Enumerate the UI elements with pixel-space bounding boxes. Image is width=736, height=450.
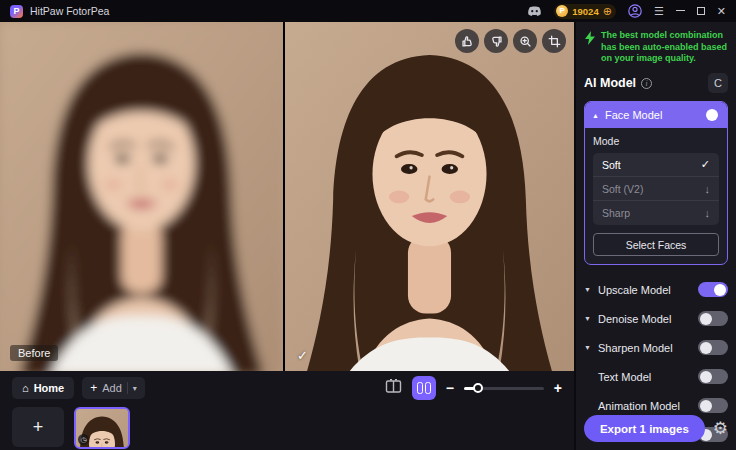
mode-option-label: Soft (V2) xyxy=(602,183,705,195)
select-faces-button[interactable]: Select Faces xyxy=(593,233,719,256)
processed-check-icon: ✓ xyxy=(297,348,308,363)
image-viewer: Before ✓ xyxy=(0,22,574,371)
ai-model-title: AI Model xyxy=(584,76,636,90)
mode-option-soft[interactable]: Soft✓ xyxy=(593,153,719,177)
export-button[interactable]: Export 1 images xyxy=(584,415,705,442)
discord-icon[interactable] xyxy=(527,5,542,17)
reset-icon[interactable]: C xyxy=(708,73,728,93)
face-model-panel: ▲ Face Model Mode Soft✓Soft (V2)↓Sharp↓ … xyxy=(584,101,728,265)
caret-down-icon[interactable]: ▼ xyxy=(584,344,598,351)
side-by-side-view-button[interactable] xyxy=(412,376,436,400)
notice-text: The best model combination has been auto… xyxy=(601,30,728,65)
add-button[interactable]: + Add ▾ xyxy=(82,377,145,399)
menu-icon[interactable]: ☰ xyxy=(654,5,664,18)
collapse-icon: ▲ xyxy=(592,112,599,119)
after-image xyxy=(285,22,574,371)
credits-count: 19024 xyxy=(572,6,598,17)
info-icon[interactable]: i xyxy=(641,78,652,89)
mode-option-label: Sharp xyxy=(602,207,705,219)
download-icon: ↓ xyxy=(705,183,711,195)
titlebar: P HitPaw FotorPea P 19024 ⊕ ☰ ✕ xyxy=(0,0,736,22)
add-plus-icon: + xyxy=(90,381,97,395)
mode-option-label: Soft xyxy=(602,159,701,171)
crop-icon[interactable] xyxy=(542,29,566,53)
home-button[interactable]: ⌂ Home xyxy=(12,377,74,399)
model-label: Upscale Model xyxy=(598,284,698,296)
mode-list: Soft✓Soft (V2)↓Sharp↓ xyxy=(593,153,719,225)
toggle-switch[interactable] xyxy=(698,340,728,355)
toggle-switch[interactable] xyxy=(698,311,728,326)
before-label: Before xyxy=(10,345,58,361)
add-image-tile[interactable]: + xyxy=(12,407,64,447)
toggle-switch[interactable] xyxy=(698,398,728,413)
mode-option-sharp[interactable]: Sharp↓ xyxy=(593,201,719,225)
face-model-label: Face Model xyxy=(605,109,684,121)
mode-option-soft-v2-[interactable]: Soft (V2)↓ xyxy=(593,177,719,201)
home-icon: ⌂ xyxy=(22,382,29,394)
lightning-icon xyxy=(584,31,596,45)
before-image xyxy=(0,22,283,371)
add-label: Add xyxy=(102,382,122,394)
face-model-toggle[interactable] xyxy=(690,108,720,123)
close-icon[interactable]: ✕ xyxy=(717,5,726,18)
caret-down-icon[interactable]: ▼ xyxy=(584,315,598,322)
sidebar: The best model combination has been auto… xyxy=(576,22,736,450)
divider xyxy=(127,382,128,394)
split-view-icon[interactable] xyxy=(385,379,402,398)
zoom-out-icon[interactable]: − xyxy=(446,380,454,396)
image-thumbnail[interactable]: ◷ xyxy=(74,407,130,449)
app-logo-icon: P xyxy=(10,5,23,18)
check-icon: ✓ xyxy=(701,158,710,171)
model-row-upscale-model: ▼Upscale Model xyxy=(584,275,728,304)
home-label: Home xyxy=(34,382,65,394)
maximize-icon[interactable] xyxy=(697,7,705,15)
mode-label: Mode xyxy=(593,135,719,147)
model-label: Animation Model xyxy=(598,400,698,412)
add-credits-icon[interactable]: ⊕ xyxy=(603,6,612,17)
download-icon: ↓ xyxy=(705,207,711,219)
app-title: HitPaw FotorPea xyxy=(30,5,109,17)
model-row-text-model: Text Model xyxy=(584,362,728,391)
face-model-header[interactable]: ▲ Face Model xyxy=(585,102,727,128)
toggle-switch[interactable] xyxy=(698,282,728,297)
bottom-bar: ⌂ Home + Add ▾ − + + ◷ xyxy=(0,371,574,450)
zoom-icon[interactable] xyxy=(513,29,537,53)
after-image-panel[interactable]: ✓ xyxy=(285,22,574,371)
model-label: Text Model xyxy=(598,371,698,383)
history-badge-icon: ◷ xyxy=(78,434,89,445)
coin-icon: P xyxy=(556,5,568,17)
before-image-panel[interactable]: Before xyxy=(0,22,283,371)
model-label: Sharpen Model xyxy=(598,342,698,354)
model-label: Denoise Model xyxy=(598,313,698,325)
auto-enable-notice: The best model combination has been auto… xyxy=(584,30,728,65)
chevron-down-icon[interactable]: ▾ xyxy=(133,384,137,393)
settings-gear-icon[interactable]: ⚙ xyxy=(713,420,728,437)
zoom-in-icon[interactable]: + xyxy=(554,380,562,396)
thumbs-down-icon[interactable] xyxy=(484,29,508,53)
credits-badge[interactable]: P 19024 ⊕ xyxy=(554,4,616,19)
zoom-slider-knob[interactable] xyxy=(473,383,483,393)
minimize-icon[interactable] xyxy=(676,10,685,11)
caret-down-icon[interactable]: ▼ xyxy=(584,286,598,293)
thumbs-up-icon[interactable] xyxy=(455,29,479,53)
zoom-slider[interactable] xyxy=(464,387,544,390)
model-row-sharpen-model: ▼Sharpen Model xyxy=(584,333,728,362)
toggle-switch[interactable] xyxy=(698,369,728,384)
model-row-denoise-model: ▼Denoise Model xyxy=(584,304,728,333)
account-icon[interactable] xyxy=(628,4,642,18)
